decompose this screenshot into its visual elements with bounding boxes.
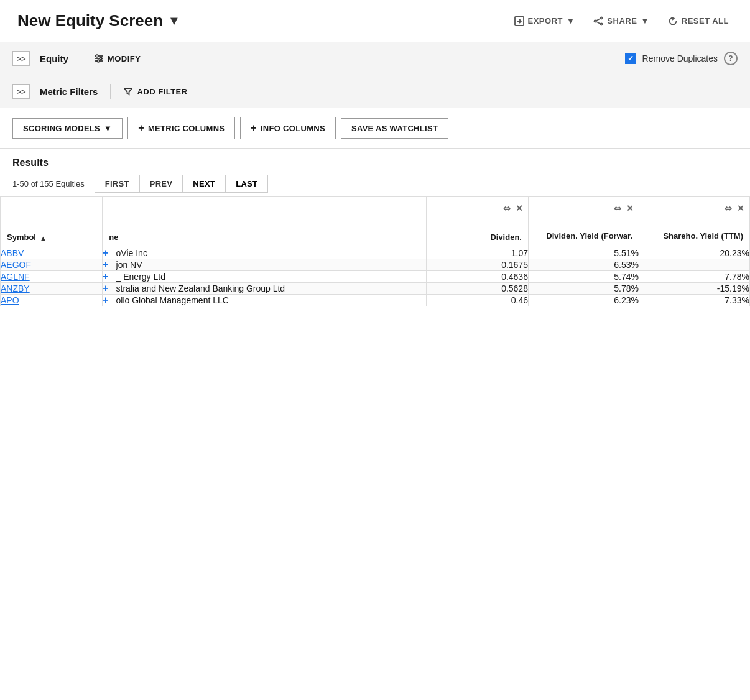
symbol-link[interactable]: AGLNF [1,272,30,282]
modify-icon [94,53,104,63]
add-row-button[interactable]: + [103,271,108,282]
resize-divyield-icon[interactable]: ⇔ [614,203,621,213]
filter-icon [123,86,133,96]
cell-name: + oVie Inc [103,247,426,259]
add-row-button[interactable]: + [103,247,108,258]
svg-point-9 [100,57,102,60]
company-name: jon NV [116,260,142,270]
cell-symbol: AEGOF [1,259,103,271]
remove-duplicates-checkbox[interactable] [625,53,636,64]
cell-dividen-yield-fwd: 5.51% [528,247,639,259]
cell-dividen-yield-fwd: 5.78% [528,283,639,295]
toolbar: SCORING MODELS ▼ + METRIC COLUMNS + INFO… [0,108,750,149]
cell-dividen: 0.46 [426,295,528,306]
symbol-link[interactable]: AEGOF [1,260,31,270]
cell-name: + _ Energy Ltd [103,271,426,283]
cell-dividen: 0.5628 [426,283,528,295]
results-title: Results [12,157,738,168]
add-row-button[interactable]: + [103,259,108,270]
scoring-models-chevron: ▼ [104,124,112,133]
cell-shareholder-yield: 7.78% [639,271,749,283]
cell-dividen: 1.07 [426,247,528,259]
cell-symbol: ABBV [1,247,103,259]
close-sharyield-icon[interactable]: ✕ [737,203,744,213]
cell-symbol: APO [1,295,103,306]
cell-name: + jon NV [103,259,426,271]
symbol-link[interactable]: ANZBY [1,283,30,293]
export-icon [514,16,524,26]
metric-filters-collapse-button[interactable]: >> [12,84,30,99]
title-text: New Equity Screen [17,11,163,30]
th-name: ne [103,197,426,247]
add-row-button[interactable]: + [103,283,108,293]
close-divyield-icon[interactable]: ✕ [626,203,634,213]
metric-columns-plus: + [138,122,144,134]
svg-line-4 [596,18,601,20]
metric-filters-row: >> Metric Filters ADD FILTER [0,75,750,108]
company-name: oVie Inc [116,248,147,258]
page-title: New Equity Screen ▼ [17,11,180,30]
th-symbol: Symbol ▲ [1,197,103,247]
next-button[interactable]: NEXT [182,175,225,193]
table-header-controls-row: Symbol ▲ ne ⇔ ✕ Di [1,197,750,247]
first-button[interactable]: FIRST [95,175,139,193]
cell-dividen-yield-fwd: 6.23% [528,295,639,306]
add-filter-button[interactable]: ADD FILTER [123,86,187,96]
cell-dividen-yield-fwd: 6.53% [528,259,639,271]
header-actions: EXPORT ▼ SHARE ▼ RESET ALL [511,14,733,29]
table-row: AGLNF + _ Energy Ltd 0.4636 5.74% 7.78% [1,271,750,283]
filter-section: >> Equity MODIFY Remove Duplicates ? [0,42,750,108]
svg-point-7 [96,55,98,57]
table-row: APO + ollo Global Management LLC 0.46 6.… [1,295,750,306]
modify-button[interactable]: MODIFY [94,53,141,63]
th-shareholder-yield: ⇔ ✕ Shareho. Yield (TTM) [639,197,749,247]
equity-label: Equity [40,53,68,64]
share-icon [593,16,603,26]
info-columns-button[interactable]: + INFO COLUMNS [240,117,336,139]
symbol-link[interactable]: APO [1,295,19,305]
share-button[interactable]: SHARE ▼ [590,14,652,29]
table-row: ABBV + oVie Inc 1.07 5.51% 20.23% [1,247,750,259]
title-chevron[interactable]: ▼ [168,14,180,28]
cell-shareholder-yield: -15.19% [639,283,749,295]
th-dividen-yield-fwd: ⇔ ✕ Dividen. Yield (Forwar. [528,197,639,247]
reset-all-button[interactable]: RESET ALL [664,14,733,29]
svg-point-1 [601,17,603,19]
help-button[interactable]: ? [724,52,738,65]
export-button[interactable]: EXPORT ▼ [511,14,579,29]
metric-columns-button[interactable]: + METRIC COLUMNS [127,117,235,139]
export-chevron: ▼ [567,16,575,25]
metric-filters-label: Metric Filters [40,86,98,97]
separator-2 [110,84,111,99]
cell-name: + stralia and New Zealand Banking Group … [103,283,426,295]
cell-dividen: 0.4636 [426,271,528,283]
separator [81,51,81,66]
cell-dividen: 0.1675 [426,259,528,271]
symbol-link[interactable]: ABBV [1,248,24,258]
resize-sharyield-icon[interactable]: ⇔ [725,203,732,213]
results-table-wrapper: Symbol ▲ ne ⇔ ✕ Di [0,196,750,306]
remove-duplicates-area: Remove Duplicates ? [625,52,738,65]
pagination: 1-50 of 155 Equities FIRST PREV NEXT LAS… [12,175,738,193]
share-chevron: ▼ [641,16,649,25]
add-row-button[interactable]: + [103,295,108,305]
equity-collapse-button[interactable]: >> [12,51,30,66]
th-dividen: ⇔ ✕ Dividen. [426,197,528,247]
cell-symbol: ANZBY [1,283,103,295]
svg-line-5 [596,21,601,23]
scoring-models-button[interactable]: SCORING MODELS ▼ [12,118,123,139]
remove-duplicates-label: Remove Duplicates [642,53,718,63]
prev-button[interactable]: PREV [139,175,183,193]
results-section: Results 1-50 of 155 Equities FIRST PREV … [0,149,750,196]
info-columns-plus: + [251,122,257,134]
table-body: ABBV + oVie Inc 1.07 5.51% 20.23% AEGOF … [1,247,750,306]
sort-arrow-symbol[interactable]: ▲ [40,234,47,242]
company-name: _ Energy Ltd [116,272,165,282]
resize-dividen-icon[interactable]: ⇔ [503,203,511,213]
close-dividen-icon[interactable]: ✕ [516,203,523,213]
last-button[interactable]: LAST [225,175,268,193]
company-name: ollo Global Management LLC [116,295,229,305]
results-table: Symbol ▲ ne ⇔ ✕ Di [0,196,750,306]
save-watchlist-button[interactable]: SAVE AS WATCHLIST [341,118,448,139]
page-header: New Equity Screen ▼ EXPORT ▼ SHARE ▼ [0,0,750,42]
